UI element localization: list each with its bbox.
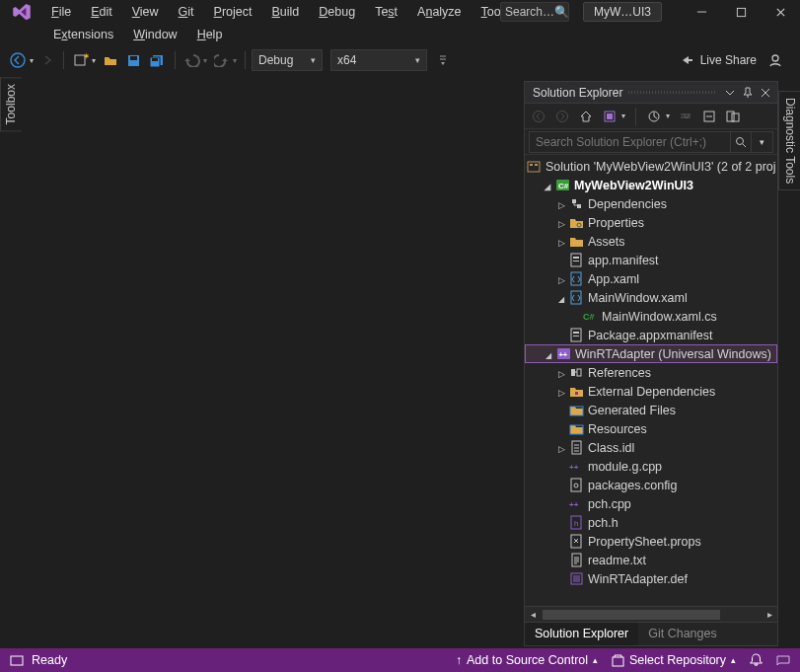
close-icon[interactable] xyxy=(758,85,773,101)
add-source-control[interactable]: ↑ Add to Source Control ▴ xyxy=(456,653,598,667)
expand-toggle[interactable] xyxy=(554,367,568,379)
scroll-left[interactable]: ◂ xyxy=(525,609,541,620)
tree-node-mainwindow-xaml[interactable]: MainWindow.xaml xyxy=(525,288,777,307)
tree-node-properties[interactable]: Properties xyxy=(525,213,777,232)
scroll-track[interactable] xyxy=(541,610,762,620)
redo-button[interactable] xyxy=(211,51,233,69)
tree-node-packages-config[interactable]: packages.config xyxy=(525,476,777,494)
tree-node-solution[interactable]: Solution 'MyWebView2WinUI3' (2 of 2 proj xyxy=(525,157,777,176)
panel-menu-icon[interactable] xyxy=(722,85,738,101)
search-button[interactable] xyxy=(730,131,752,153)
scroll-right[interactable]: ▸ xyxy=(762,609,777,620)
expand-toggle[interactable] xyxy=(541,180,554,191)
tab-solution-explorer[interactable]: Solution Explorer xyxy=(525,623,638,645)
tree-node-mainwindow-cs[interactable]: C#MainWindow.xaml.cs xyxy=(525,307,777,326)
menu-project[interactable]: Project xyxy=(204,2,262,22)
overflow-button[interactable] xyxy=(435,51,451,69)
menu-window[interactable]: Window xyxy=(123,25,186,44)
save-button[interactable] xyxy=(123,51,144,70)
output-icon[interactable] xyxy=(10,653,24,667)
menu-debug[interactable]: Debug xyxy=(309,2,365,22)
show-all-button[interactable] xyxy=(723,108,743,125)
nav-forward-button[interactable] xyxy=(37,51,57,69)
config-combo[interactable]: Debug ▾ xyxy=(252,49,323,71)
sync-button[interactable] xyxy=(644,108,664,125)
back-button[interactable] xyxy=(529,108,548,125)
window-minimize[interactable] xyxy=(682,0,721,24)
tree-node-dependencies[interactable]: Dependencies xyxy=(525,194,777,213)
tree-node-package-manifest[interactable]: Package.appxmanifest xyxy=(525,326,777,344)
tree-node-def[interactable]: WinRTAdapter.def xyxy=(525,569,777,588)
home-button[interactable] xyxy=(576,108,596,125)
tree-node-propsheet[interactable]: PropertySheet.props xyxy=(525,532,777,551)
menu-git[interactable]: Git xyxy=(169,2,204,22)
menu-edit[interactable]: Edit xyxy=(81,2,122,22)
tree-node-class-idl[interactable]: Class.idl xyxy=(525,438,777,457)
forward-button[interactable] xyxy=(552,108,572,125)
select-repository[interactable]: Select Repository ▴ xyxy=(612,653,736,667)
svg-rect-26 xyxy=(577,204,581,208)
expand-toggle[interactable] xyxy=(554,292,568,304)
switch-view-button[interactable] xyxy=(600,108,619,125)
menu-file[interactable]: File xyxy=(41,2,81,22)
expand-toggle[interactable] xyxy=(554,442,568,454)
tree-node-resources[interactable]: Resources xyxy=(525,419,777,438)
scroll-thumb[interactable] xyxy=(543,610,720,620)
undo-chevron[interactable]: ▾ xyxy=(203,56,209,65)
nav-chevron[interactable]: ▾ xyxy=(30,56,36,65)
search-input[interactable] xyxy=(529,131,730,153)
nav-back-button[interactable] xyxy=(6,49,30,71)
solution-explorer-titlebar[interactable]: Solution Explorer xyxy=(525,82,777,104)
tab-git-changes[interactable]: Git Changes xyxy=(638,623,726,645)
menu-extensions[interactable]: Extensions xyxy=(43,25,123,44)
tree-node-pch-cpp[interactable]: ++pch.cpp xyxy=(525,494,777,513)
expand-toggle[interactable] xyxy=(554,217,568,229)
horizontal-scrollbar[interactable]: ◂ ▸ xyxy=(525,606,777,622)
tree-node-app-manifest[interactable]: app.manifest xyxy=(525,251,777,269)
save-all-button[interactable] xyxy=(146,51,169,70)
new-chevron[interactable]: ▾ xyxy=(92,56,98,65)
diagnostic-tools-tab[interactable]: Diagnostic Tools xyxy=(778,91,800,190)
tree-node-gen-files[interactable]: Generated Files xyxy=(525,401,777,419)
solution-tree[interactable]: Solution 'MyWebView2WinUI3' (2 of 2 proj… xyxy=(525,155,777,606)
window-maximize[interactable] xyxy=(721,0,761,24)
search-options-chevron[interactable]: ▾ xyxy=(752,131,773,153)
undo-button[interactable] xyxy=(182,51,203,69)
menu-analyze[interactable]: Analyze xyxy=(407,2,471,22)
chevron[interactable]: ▾ xyxy=(666,112,672,120)
chevron[interactable]: ▾ xyxy=(621,112,627,120)
titlebar-search[interactable]: Search… 🔍 xyxy=(500,2,569,22)
tree-node-references[interactable]: References xyxy=(525,363,777,382)
toolbox-tab[interactable]: Toolbox xyxy=(0,77,22,131)
account-button[interactable] xyxy=(764,50,786,70)
tree-node-assets[interactable]: Assets xyxy=(525,232,777,251)
tree-node-module-cpp[interactable]: ++module.g.cpp xyxy=(525,457,777,476)
collapse-button[interactable] xyxy=(699,108,719,125)
menu-view[interactable]: View xyxy=(122,2,169,22)
live-share-button[interactable]: Live Share xyxy=(679,52,757,68)
tree-node-ext-deps[interactable]: External Dependencies xyxy=(525,382,777,401)
expand-toggle[interactable] xyxy=(554,386,568,398)
tree-node-readme[interactable]: readme.txt xyxy=(525,551,777,569)
menu-test[interactable]: Test xyxy=(365,2,407,22)
redo-chevron[interactable]: ▾ xyxy=(233,56,239,65)
menu-build[interactable]: Build xyxy=(262,2,310,22)
pin-icon[interactable] xyxy=(740,85,756,101)
platform-combo[interactable]: x64 ▾ xyxy=(330,49,427,71)
new-item-button[interactable]: ✶ xyxy=(70,50,92,70)
expand-toggle[interactable] xyxy=(554,236,568,248)
tree-node-app-xaml[interactable]: App.xaml xyxy=(525,269,777,288)
tree-node-project-cpp[interactable]: ++WinRTAdapter (Universal Windows) xyxy=(525,344,777,363)
tree-node-pch-h[interactable]: hpch.h xyxy=(525,513,777,532)
expand-toggle[interactable] xyxy=(542,348,555,360)
window-close[interactable] xyxy=(761,0,800,24)
filter-button[interactable] xyxy=(676,108,695,125)
expand-toggle[interactable] xyxy=(554,198,568,210)
feedback-button[interactable] xyxy=(776,654,790,666)
expand-toggle[interactable] xyxy=(554,273,568,285)
open-file-button[interactable] xyxy=(100,50,121,70)
svg-point-19 xyxy=(737,137,744,144)
notifications-button[interactable] xyxy=(750,653,763,667)
menu-help[interactable]: Help xyxy=(187,25,233,44)
tree-node-project-cs[interactable]: C#MyWebView2WinUI3 xyxy=(525,176,777,194)
